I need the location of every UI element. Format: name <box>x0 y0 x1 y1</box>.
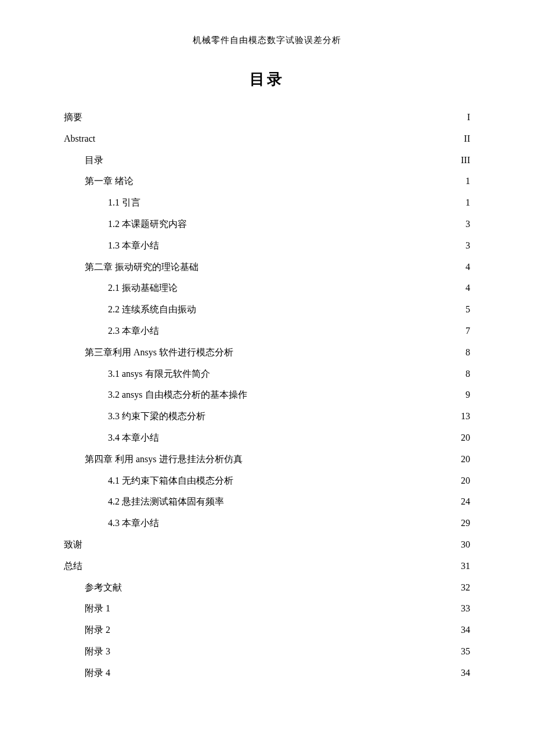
toc-entry: 附录 133 <box>64 598 470 620</box>
toc-entry-page: 34 <box>461 620 470 641</box>
toc-entry: AbstractII <box>64 128 470 150</box>
toc-entry: 2.2 连续系统自由振动5 <box>64 299 470 321</box>
toc-entry: 4.3 本章小结29 <box>64 513 470 534</box>
toc-title-text: 目录 <box>250 71 284 88</box>
toc-entry-label: 1.1 引言 <box>108 192 140 214</box>
toc-entry: 1.1 引言1 <box>64 192 470 214</box>
toc-entry: 附录 434 <box>64 663 470 684</box>
toc-entry-label: 1.3 本章小结 <box>108 235 159 257</box>
toc-entry-label: 附录 3 <box>85 641 110 663</box>
toc-entry-page: 1 <box>466 192 470 214</box>
toc-entry-page: 3 <box>466 214 470 235</box>
toc-entry-label: 1.2 本课题研究内容 <box>108 214 187 235</box>
toc-entry-label: 4.3 本章小结 <box>108 513 159 534</box>
toc-title: 目录 <box>64 69 470 89</box>
toc-entry-label: 3.2 ansys 自由模态分析的基本操作 <box>108 384 247 406</box>
toc-entry-page: 29 <box>461 513 470 534</box>
toc-entry: 2.1 振动基础理论4 <box>64 278 470 299</box>
toc-entry: 附录 335 <box>64 641 470 663</box>
toc-list: 摘要IAbstractII目录III第一章 绪论11.1 引言11.2 本课题研… <box>64 107 470 684</box>
toc-entry-label: 第二章 振动研究的理论基础 <box>85 257 199 278</box>
toc-entry-label: 第一章 绪论 <box>85 171 134 192</box>
toc-entry-page: 7 <box>466 321 470 342</box>
toc-entry-label: 总结 <box>64 556 82 577</box>
toc-entry: 第一章 绪论1 <box>64 171 470 192</box>
toc-entry: 2.3 本章小结7 <box>64 321 470 342</box>
toc-entry: 第四章 利用 ansys 进行悬挂法分析仿真20 <box>64 449 470 470</box>
running-header: 机械零件自由模态数字试验误差分析 <box>64 35 470 46</box>
toc-entry-page: I <box>467 107 470 128</box>
toc-entry-label: 4.2 悬挂法测试箱体固有频率 <box>108 491 224 513</box>
document-page: 机械零件自由模态数字试验误差分析 目录 摘要IAbstractII目录III第一… <box>0 0 534 756</box>
toc-entry-page: 13 <box>461 406 470 427</box>
toc-entry-page: 20 <box>461 449 470 470</box>
toc-entry-label: 2.2 连续系统自由振动 <box>108 299 196 321</box>
toc-entry-page: 4 <box>466 278 470 299</box>
toc-entry: 第二章 振动研究的理论基础4 <box>64 257 470 278</box>
toc-entry-page: 32 <box>461 577 470 599</box>
toc-entry-label: 4.1 无约束下箱体自由模态分析 <box>108 470 233 492</box>
toc-entry-page: III <box>461 150 470 171</box>
toc-entry-page: 8 <box>466 363 470 385</box>
toc-entry-page: 20 <box>461 470 470 492</box>
toc-entry-label: 2.1 振动基础理论 <box>108 278 178 299</box>
toc-entry-page: 30 <box>461 534 470 556</box>
toc-entry-label: 3.4 本章小结 <box>108 427 159 449</box>
toc-entry-page: 35 <box>461 641 470 663</box>
toc-entry: 4.1 无约束下箱体自由模态分析20 <box>64 470 470 492</box>
toc-entry: 摘要I <box>64 107 470 128</box>
toc-entry-page: 4 <box>466 257 470 278</box>
toc-entry: 附录 234 <box>64 620 470 641</box>
toc-entry-label: 附录 4 <box>85 663 110 684</box>
toc-entry: 1.3 本章小结3 <box>64 235 470 257</box>
toc-entry-label: 第四章 利用 ansys 进行悬挂法分析仿真 <box>85 449 243 470</box>
toc-entry-page: 34 <box>461 663 470 684</box>
toc-entry-page: 33 <box>461 598 470 620</box>
running-title-text: 机械零件自由模态数字试验误差分析 <box>193 35 341 45</box>
toc-entry-label: 3.1 ansys 有限元软件简介 <box>108 363 210 385</box>
toc-entry: 致谢30 <box>64 534 470 556</box>
toc-entry-label: 2.3 本章小结 <box>108 321 159 342</box>
toc-entry-label: 参考文献 <box>85 577 122 599</box>
toc-entry: 3.4 本章小结20 <box>64 427 470 449</box>
toc-entry: 3.1 ansys 有限元软件简介8 <box>64 363 470 385</box>
toc-entry: 第三章利用 Ansys 软件进行模态分析8 <box>64 342 470 363</box>
toc-entry-label: Abstract <box>64 128 95 150</box>
toc-entry: 3.3 约束下梁的模态分析13 <box>64 406 470 427</box>
toc-entry-page: II <box>464 128 470 150</box>
toc-entry: 4.2 悬挂法测试箱体固有频率24 <box>64 491 470 513</box>
toc-entry-page: 31 <box>461 556 470 577</box>
toc-entry-page: 24 <box>461 491 470 513</box>
toc-entry-label: 致谢 <box>64 534 82 556</box>
toc-entry-page: 3 <box>466 235 470 257</box>
toc-entry-label: 附录 1 <box>85 598 110 620</box>
toc-entry-label: 第三章利用 Ansys 软件进行模态分析 <box>85 342 233 363</box>
toc-entry: 总结31 <box>64 556 470 577</box>
toc-entry: 参考文献32 <box>64 577 470 599</box>
toc-entry-label: 附录 2 <box>85 620 110 641</box>
toc-entry-page: 5 <box>466 299 470 321</box>
toc-entry-label: 3.3 约束下梁的模态分析 <box>108 406 205 427</box>
toc-entry: 目录III <box>64 150 470 171</box>
toc-entry-label: 目录 <box>85 150 103 171</box>
toc-entry: 1.2 本课题研究内容3 <box>64 214 470 235</box>
toc-entry-page: 9 <box>466 384 470 406</box>
toc-entry-page: 1 <box>466 171 470 192</box>
toc-entry-page: 8 <box>466 342 470 363</box>
toc-entry-page: 20 <box>461 427 470 449</box>
toc-entry: 3.2 ansys 自由模态分析的基本操作9 <box>64 384 470 406</box>
toc-entry-label: 摘要 <box>64 107 82 128</box>
